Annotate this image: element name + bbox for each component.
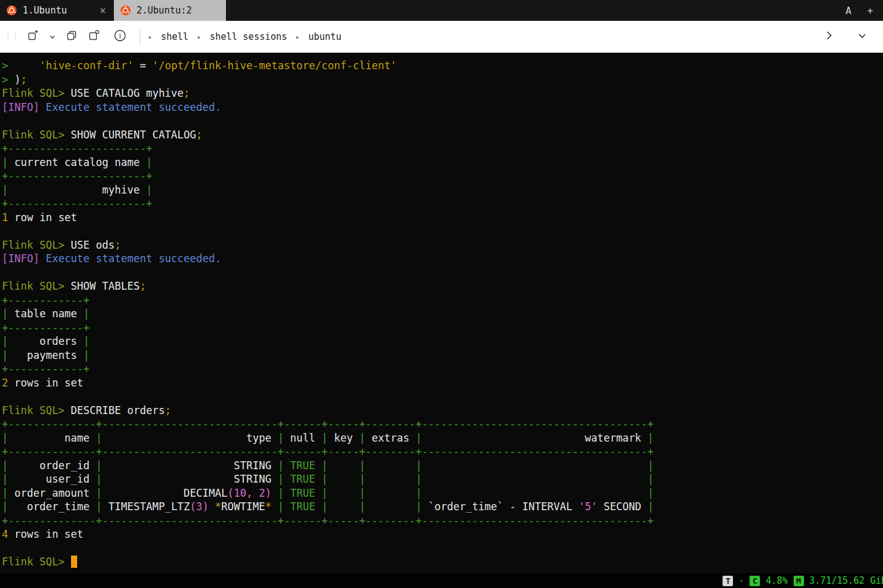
chevron-right-icon bbox=[823, 29, 835, 44]
terminal-line: [INFO] Execute statement succeeded. bbox=[2, 252, 883, 266]
terminal-line: +------------+ bbox=[2, 293, 883, 307]
memory-value: 3.71/15.62 GiB bbox=[810, 575, 883, 586]
breadcrumb-arrow-icon: ▸ bbox=[197, 34, 201, 40]
terminal-line: +------------+ bbox=[2, 362, 883, 376]
terminal-line: | myhive | bbox=[2, 183, 883, 197]
terminal-line: +----------------------+ bbox=[2, 141, 883, 156]
terminal-line: > ); bbox=[2, 73, 883, 87]
info-icon: i bbox=[113, 29, 127, 45]
terminal-app: 1.Ubuntu × 2.Ubuntu:2 A + ⋮⋮ bbox=[0, 0, 883, 588]
terminal-line: | order_amount | DECIMAL(10, 2) | TRUE |… bbox=[2, 486, 883, 500]
breadcrumb-arrow-icon: ▸ bbox=[148, 34, 152, 40]
cpu-value: 4.8% bbox=[765, 575, 787, 586]
terminal-line bbox=[2, 541, 883, 556]
terminal-line: 4 rows in set bbox=[2, 527, 883, 541]
terminal-line: Flink SQL> SHOW TABLES; bbox=[2, 279, 883, 293]
tab-2-ubuntu[interactable]: 2.Ubuntu:2 bbox=[114, 0, 226, 21]
terminal-line bbox=[2, 114, 883, 128]
breadcrumb-item-shell-sessions[interactable]: shell sessions bbox=[206, 31, 290, 42]
duplicate-pane-button[interactable] bbox=[63, 27, 80, 47]
new-window-button[interactable] bbox=[85, 27, 102, 47]
terminal-line: Flink SQL> bbox=[2, 555, 883, 569]
caret-down-icon bbox=[49, 31, 56, 43]
terminal-line: +------------+ bbox=[2, 321, 883, 335]
new-pane-options-button[interactable] bbox=[47, 29, 58, 45]
appearance-menu-button[interactable]: A bbox=[846, 5, 852, 17]
new-pane-icon bbox=[27, 29, 39, 44]
tab-1-ubuntu[interactable]: 1.Ubuntu × bbox=[0, 0, 112, 21]
toolbar-divider bbox=[140, 29, 140, 44]
memory-badge: M bbox=[794, 576, 804, 586]
ubuntu-logo-icon bbox=[6, 5, 17, 16]
terminal-line: Flink SQL> DESCRIBE orders; bbox=[2, 404, 883, 418]
terminal-line: +----------------------+ bbox=[2, 169, 883, 183]
tab-bar: 1.Ubuntu × 2.Ubuntu:2 A + bbox=[0, 0, 883, 21]
breadcrumb-item-shell[interactable]: shell bbox=[158, 31, 192, 42]
terminal-output[interactable]: > 'hive-conf-dir' = '/opt/flink-hive-met… bbox=[0, 53, 883, 573]
new-pane-button[interactable] bbox=[24, 27, 42, 47]
terminal-line: +----------------------+ bbox=[2, 197, 883, 211]
block-menu-button[interactable] bbox=[854, 27, 871, 47]
expand-block-button[interactable] bbox=[821, 27, 838, 47]
terminal-line: 1 row in set bbox=[2, 211, 883, 225]
terminal-line: +--------------+------------------------… bbox=[2, 514, 883, 528]
tab-label: 2.Ubuntu:2 bbox=[137, 5, 192, 16]
tab-label: 1.Ubuntu bbox=[23, 5, 67, 16]
terminal-badge: T bbox=[723, 576, 733, 586]
terminal-line: 2 rows in set bbox=[2, 376, 883, 390]
terminal-line: Flink SQL> USE CATALOG myhive; bbox=[2, 86, 883, 100]
block-info-button[interactable]: i bbox=[111, 26, 129, 47]
duplicate-pane-icon bbox=[66, 29, 78, 44]
block-toolbar: ⋮⋮ bbox=[0, 21, 883, 53]
terminal-line: +--------------+------------------------… bbox=[2, 417, 883, 431]
terminal-line: | order_time | TIMESTAMP_LTZ(3) *ROWTIME… bbox=[2, 500, 883, 514]
tab-bar-controls: A + bbox=[846, 0, 883, 21]
terminal-line: | user_id | STRING | TRUE | | | | bbox=[2, 472, 883, 486]
breadcrumb: ▸ shell ▸ shell sessions ▸ ubuntu bbox=[148, 31, 345, 42]
ubuntu-logo-icon bbox=[120, 5, 131, 16]
drag-handle-icon: ⋮⋮ bbox=[4, 32, 18, 42]
new-window-icon bbox=[88, 29, 100, 44]
cpu-badge: C bbox=[750, 576, 760, 586]
terminal-line: +--------------+------------------------… bbox=[2, 445, 883, 459]
terminal-line: > 'hive-conf-dir' = '/opt/flink-hive-met… bbox=[2, 59, 883, 73]
terminal-line: | payments | bbox=[2, 349, 883, 363]
terminal-line: | name | type | null | key | extras | wa… bbox=[2, 431, 883, 445]
status-bar: T - C 4.8% M 3.71/15.62 GiB bbox=[0, 573, 883, 588]
terminal-line: | order_id | STRING | TRUE | | | | bbox=[2, 459, 883, 473]
terminal-line: Flink SQL> SHOW CURRENT CATALOG; bbox=[2, 128, 883, 142]
close-tab-icon[interactable]: × bbox=[100, 6, 106, 16]
terminal-line: | table name | bbox=[2, 307, 883, 321]
status-separator: - bbox=[738, 575, 744, 586]
terminal-line: Flink SQL> USE ods; bbox=[2, 238, 883, 252]
chevron-down-icon bbox=[856, 29, 868, 44]
terminal-cursor bbox=[71, 556, 77, 568]
terminal-line: | current catalog name | bbox=[2, 156, 883, 170]
terminal-line bbox=[2, 390, 883, 404]
breadcrumb-item-ubuntu[interactable]: ubuntu bbox=[305, 31, 344, 42]
breadcrumb-arrow-icon: ▸ bbox=[296, 34, 300, 40]
terminal-line: | orders | bbox=[2, 334, 883, 349]
terminal-line: [INFO] Execute statement succeeded. bbox=[2, 100, 883, 115]
new-tab-button[interactable]: + bbox=[867, 5, 873, 17]
toolbar-right-controls bbox=[818, 27, 873, 47]
svg-text:i: i bbox=[119, 32, 121, 40]
terminal-line bbox=[2, 224, 883, 238]
terminal-line bbox=[2, 266, 883, 280]
